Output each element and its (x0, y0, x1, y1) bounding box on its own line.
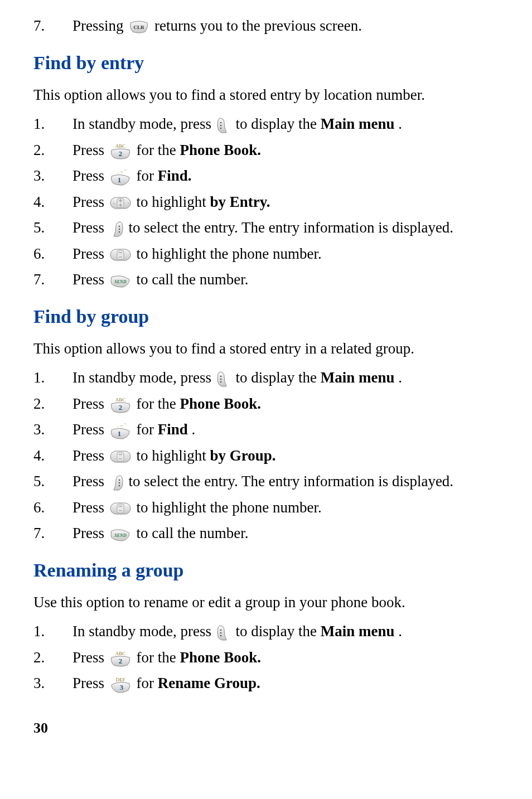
svg-point-12 (118, 225, 120, 227)
heading-find-by-entry: Find by entry (33, 49, 499, 77)
step-item: 3. Press DEF 3 for Rename Group. (33, 672, 499, 695)
text-fragment: Press (72, 649, 108, 666)
step-item: 4. Press to highlight by Group. (33, 444, 499, 467)
step-item: 4. Press ◦ ◦ to highlight by Entry. (33, 191, 499, 214)
step-item: 7. Press SEND to call the number. (33, 268, 499, 291)
svg-text:1: 1 (118, 176, 122, 184)
step-text: Press SEND to call the number. (72, 522, 499, 545)
step-number: 5. (33, 470, 72, 493)
text-fragment: to call the number. (137, 271, 249, 288)
svg-point-27 (118, 479, 120, 481)
step-text: In standby mode, press to display the Ma… (72, 113, 499, 135)
text-fragment: Press (72, 142, 108, 158)
svg-text:3: 3 (120, 683, 124, 691)
step-number: 2. (33, 646, 72, 669)
step-text: Press to highlight the phone number. (72, 243, 499, 265)
key-3-def-icon: DEF 3 (109, 676, 132, 694)
svg-text:ABC: ABC (115, 651, 126, 656)
text-fragment: returns you to the previous screen. (154, 17, 362, 34)
svg-text:. – ': . – ' (118, 422, 126, 428)
text-fragment: to highlight (137, 193, 210, 210)
svg-text:2: 2 (119, 149, 123, 158)
svg-point-34 (220, 632, 221, 633)
step-text: Press to highlight the phone number. (72, 496, 499, 519)
step-number: 1. (33, 620, 72, 643)
bold-fragment: Phone Book. (180, 395, 261, 412)
text-fragment: to highlight (137, 447, 210, 464)
step-text: Press . – ' 1 for Find . (72, 418, 499, 441)
text-fragment: to display the (235, 369, 320, 386)
steps-find-by-entry: 1. In standby mode, press to display the… (33, 113, 499, 291)
step-number: 3. (33, 418, 72, 441)
text-fragment: In standby mode, press (72, 623, 215, 640)
step-text: Press ABC 2 for the Phone Book. (72, 139, 499, 162)
step-text: Press . – ' 1 for Find. (72, 164, 499, 187)
text-fragment: to select the entry. The entry informati… (129, 473, 454, 490)
text-fragment: Press (72, 193, 108, 210)
step-number: 1. (33, 113, 72, 135)
intro-renaming-group: Use this option to rename or edit a grou… (33, 591, 499, 614)
step-text: Press to highlight by Group. (72, 444, 499, 467)
text-fragment: . (398, 623, 402, 640)
step-text: Press to select the entry. The entry inf… (72, 216, 499, 239)
step-text: Press DEF 3 for Rename Group. (72, 672, 499, 695)
svg-point-18 (220, 375, 221, 377)
step-item: 3. Press . – ' 1 for Find. (33, 164, 499, 187)
step-item: 3. Press . – ' 1 for Find . (33, 418, 499, 441)
text-fragment: Press (72, 675, 108, 691)
key-2-abc-icon: ABC 2 (109, 650, 132, 667)
steps-renaming-group: 1. In standby mode, press to display the… (33, 620, 499, 695)
text-fragment: to highlight the phone number. (137, 499, 322, 516)
send-key-icon: SEND (109, 527, 132, 542)
step-number: 5. (33, 216, 72, 239)
nav-key-icon (109, 246, 132, 263)
svg-text:◦: ◦ (128, 201, 129, 206)
text-fragment: Press (72, 525, 108, 541)
menu-key-alt-icon (109, 221, 124, 238)
text-fragment: for the (137, 142, 180, 158)
svg-text:CLR: CLR (134, 25, 145, 30)
bold-fragment: Main menu (321, 369, 395, 386)
text-fragment: Press (72, 271, 108, 288)
step-number: 4. (33, 444, 72, 467)
svg-text:. – ': . – ' (118, 168, 126, 175)
text-fragment: Press (72, 421, 108, 438)
step-number: 2. (33, 393, 72, 415)
heading-find-by-group: Find by group (33, 302, 499, 331)
nav-key-icon (109, 448, 132, 465)
svg-rect-26 (117, 452, 124, 461)
page-number: 30 (33, 717, 499, 739)
svg-text:SEND: SEND (114, 533, 127, 538)
text-fragment: Press (72, 167, 108, 184)
step-text: Press SEND to call the number. (72, 268, 499, 291)
svg-text:ABC: ABC (115, 397, 126, 403)
bold-fragment: Main menu (321, 115, 395, 132)
svg-point-20 (220, 381, 221, 382)
bold-fragment: by Entry. (210, 193, 270, 210)
text-fragment: for (137, 167, 158, 184)
text-fragment: Press (72, 245, 108, 262)
text-fragment: to highlight the phone number. (137, 245, 322, 262)
text-fragment: Pressing (72, 17, 127, 34)
svg-rect-31 (117, 504, 124, 513)
step-number: 4. (33, 191, 72, 214)
top-continuation-list: 7. Pressing CLR returns you to the previ… (33, 14, 499, 37)
svg-text:2: 2 (119, 403, 123, 411)
menu-key-icon (216, 624, 231, 641)
svg-text:ABC: ABC (115, 143, 126, 149)
text-fragment: . (398, 369, 402, 386)
step-number: 1. (33, 366, 72, 389)
step-item: 7. Press SEND to call the number. (33, 522, 499, 545)
step-item: 2. Press ABC 2 for the Phone Book. (33, 393, 499, 415)
bold-fragment: Phone Book. (180, 142, 261, 158)
step-item: 2. Press ABC 2 for the Phone Book. (33, 646, 499, 669)
step-item: 2. Press ABC 2 for the Phone Book. (33, 139, 499, 162)
step-number: 7. (33, 522, 72, 545)
text-fragment: Press (72, 395, 108, 412)
svg-point-2 (220, 124, 221, 126)
svg-point-28 (118, 482, 120, 483)
svg-text:1: 1 (118, 429, 122, 438)
svg-point-29 (118, 485, 120, 486)
key-2-abc-icon: ABC 2 (109, 142, 132, 160)
step-item: 7. Pressing CLR returns you to the previ… (33, 14, 499, 37)
